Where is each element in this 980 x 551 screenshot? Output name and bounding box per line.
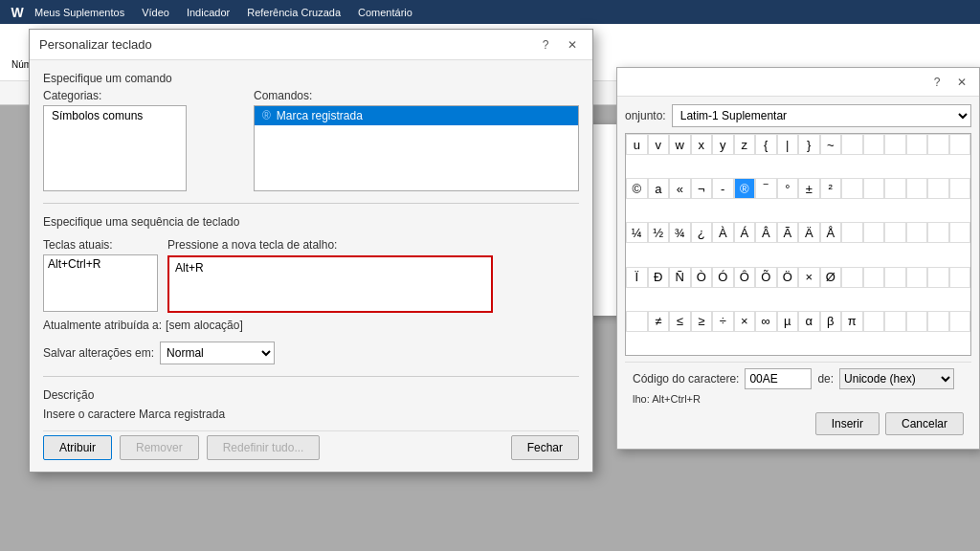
- sym-cell-f2[interactable]: [863, 178, 885, 199]
- sym-cell-Aacute[interactable]: Á: [734, 222, 756, 243]
- sym-cell-g4[interactable]: [906, 222, 928, 243]
- nova-tecla-wrapper[interactable]: [167, 255, 493, 313]
- sym-cell-f3[interactable]: [884, 178, 906, 199]
- sym-cell-f1[interactable]: [841, 178, 863, 199]
- redefinir-button[interactable]: Redefinir tudo...: [207, 435, 321, 460]
- subset-select[interactable]: Latim-1 Suplementar: [672, 104, 971, 127]
- sym-cell-i2[interactable]: [884, 311, 906, 332]
- sym-cell-e4[interactable]: [906, 134, 928, 155]
- char-code-input[interactable]: [745, 368, 812, 389]
- sym-cell-i3[interactable]: [906, 311, 928, 332]
- sym-cell-h5[interactable]: [927, 267, 949, 288]
- sym-cell-h1[interactable]: [841, 267, 863, 288]
- sym-cell-geq[interactable]: ≥: [691, 311, 713, 332]
- categorias-item-simbolos[interactable]: Símbolos comuns: [44, 106, 186, 125]
- sym-cell-e2[interactable]: [863, 134, 885, 155]
- sym-cell-tilde[interactable]: ~: [820, 134, 842, 155]
- sym-cell-registered[interactable]: ®: [734, 178, 756, 199]
- sym-cell-times[interactable]: ×: [798, 267, 820, 288]
- ribbon-tab-referencia[interactable]: Referência Cruzada: [247, 7, 341, 18]
- sym-cell-Oslash[interactable]: Ø: [820, 267, 842, 288]
- sym-cell-brace-open[interactable]: {: [755, 134, 777, 155]
- sym-cell-iquest[interactable]: ¿: [691, 222, 713, 243]
- sym-cell-x[interactable]: x: [691, 134, 713, 155]
- sym-cell-h4[interactable]: [906, 267, 928, 288]
- inserir-button[interactable]: Inserir: [815, 412, 880, 435]
- sym-cell-guillemet-left[interactable]: «: [669, 178, 691, 199]
- sym-cell-dash[interactable]: -: [712, 178, 734, 199]
- sym-cell-f4[interactable]: [906, 178, 928, 199]
- symbol-close-button[interactable]: ✕: [952, 73, 971, 92]
- sym-cell-leq[interactable]: ≤: [669, 311, 691, 332]
- sym-cell-g6[interactable]: [949, 222, 971, 243]
- sym-cell-quarter[interactable]: ¼: [626, 222, 648, 243]
- sym-cell-brace-close[interactable]: }: [798, 134, 820, 155]
- sym-cell-pipe[interactable]: |: [777, 134, 799, 155]
- sym-cell-mul[interactable]: ×: [734, 311, 756, 332]
- nova-tecla-input[interactable]: [175, 261, 485, 275]
- main-dialog-help-button[interactable]: ?: [535, 34, 556, 55]
- comandos-listbox[interactable]: ® Marca registrada: [254, 105, 579, 191]
- teclas-atuais-listbox[interactable]: Alt+Ctrl+R: [43, 254, 158, 312]
- from-select[interactable]: Unicode (hex): [839, 368, 954, 389]
- fechar-button[interactable]: Fechar: [511, 435, 579, 460]
- sym-cell-i4[interactable]: [927, 311, 949, 332]
- sym-cell-Ocirc[interactable]: Ô: [734, 267, 756, 288]
- atribuir-button[interactable]: Atribuir: [43, 435, 112, 460]
- sym-cell-empty-m[interactable]: [626, 311, 648, 332]
- cancelar-button[interactable]: Cancelar: [885, 412, 964, 435]
- ribbon-tab-indicador[interactable]: Indicador: [187, 7, 230, 18]
- sym-cell-u[interactable]: u: [626, 134, 648, 155]
- sym-cell-z[interactable]: z: [734, 134, 756, 155]
- sym-cell-f6[interactable]: [949, 178, 971, 199]
- comandos-item-marca[interactable]: ® Marca registrada: [255, 106, 578, 125]
- sym-cell-Otilde[interactable]: Õ: [755, 267, 777, 288]
- sym-cell-beta[interactable]: β: [820, 311, 842, 332]
- ribbon-tab-meus-suplementos[interactable]: Meus Suplementos: [34, 7, 124, 18]
- sym-cell-alpha[interactable]: α: [798, 311, 820, 332]
- ribbon-tab-video[interactable]: Vídeo: [142, 7, 169, 18]
- sym-cell-copyright[interactable]: ©: [626, 178, 648, 199]
- sym-cell-Agrave[interactable]: À: [712, 222, 734, 243]
- categorias-listbox[interactable]: Símbolos comuns: [43, 105, 187, 191]
- sym-cell-f5[interactable]: [927, 178, 949, 199]
- sym-cell-h2[interactable]: [863, 267, 885, 288]
- sym-cell-h3[interactable]: [884, 267, 906, 288]
- sym-cell-Atilde[interactable]: Ã: [777, 222, 799, 243]
- remover-button[interactable]: Remover: [120, 435, 199, 460]
- sym-cell-ETH[interactable]: Ð: [648, 267, 670, 288]
- sym-cell-e3[interactable]: [884, 134, 906, 155]
- sym-cell-degree[interactable]: °: [777, 178, 799, 199]
- sym-cell-Auml[interactable]: Ä: [798, 222, 820, 243]
- sym-cell-neq[interactable]: ≠: [648, 311, 670, 332]
- sym-cell-Ograve[interactable]: Ò: [691, 267, 713, 288]
- sym-cell-threequarter[interactable]: ¾: [669, 222, 691, 243]
- sym-cell-mu[interactable]: µ: [777, 311, 799, 332]
- sym-cell-i5[interactable]: [949, 311, 971, 332]
- sym-cell-v[interactable]: v: [648, 134, 670, 155]
- sym-cell-infin[interactable]: ∞: [755, 311, 777, 332]
- sym-cell-w[interactable]: w: [669, 134, 691, 155]
- ribbon-tab-comentario[interactable]: Comentário: [358, 7, 412, 18]
- sym-cell-Acirc[interactable]: Â: [755, 222, 777, 243]
- sym-cell-g1[interactable]: [841, 222, 863, 243]
- sym-cell-h6[interactable]: [949, 267, 971, 288]
- sym-cell-g5[interactable]: [927, 222, 949, 243]
- sym-cell-y[interactable]: y: [712, 134, 734, 155]
- sym-cell-Iuml[interactable]: Ï: [626, 267, 648, 288]
- sym-cell-Ouml[interactable]: Ö: [777, 267, 799, 288]
- sym-cell-Aring[interactable]: Å: [820, 222, 842, 243]
- sym-cell-e6[interactable]: [949, 134, 971, 155]
- sym-cell-div[interactable]: ÷: [712, 311, 734, 332]
- sym-cell-pi[interactable]: π: [841, 311, 863, 332]
- sym-cell-Ntilde[interactable]: Ñ: [669, 267, 691, 288]
- sym-cell-macron[interactable]: ‾: [755, 178, 777, 199]
- sym-cell-sup2[interactable]: ²: [820, 178, 842, 199]
- save-select[interactable]: Normal: [160, 342, 275, 364]
- main-dialog-close-button[interactable]: ✕: [562, 34, 583, 55]
- sym-cell-Oacute[interactable]: Ó: [712, 267, 734, 288]
- sym-cell-e5[interactable]: [927, 134, 949, 155]
- sym-cell-g3[interactable]: [884, 222, 906, 243]
- sym-cell-i1[interactable]: [863, 311, 885, 332]
- sym-cell-half[interactable]: ½: [648, 222, 670, 243]
